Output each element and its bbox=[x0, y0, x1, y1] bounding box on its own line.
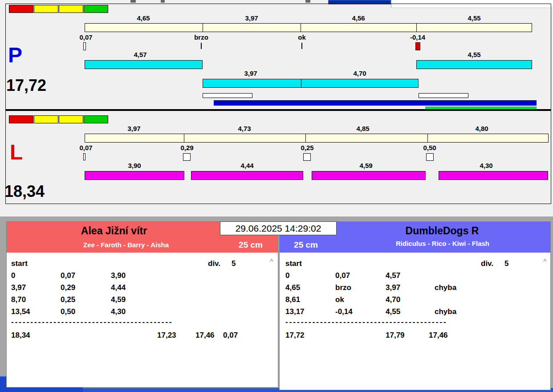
team-right-panel: DumbleDogs R Ridiculus - Rico - Kiwi - F… bbox=[279, 221, 551, 390]
split-segment bbox=[428, 134, 548, 142]
result-row: 4,65 brzo 3,97 chyba bbox=[280, 283, 550, 294]
team-left-result-list[interactable]: ^ start div. 5 0 0,07 3,90 3,97 0,29 4,4… bbox=[7, 253, 278, 387]
cell-elapsed: 8,61 bbox=[285, 295, 300, 304]
lane-l-letter: L bbox=[10, 142, 23, 163]
split-time-label: 4,80 bbox=[464, 125, 500, 132]
lane-p-run-bar bbox=[301, 79, 419, 88]
result-row: 13,17 -0,14 4,55 chyba bbox=[280, 307, 550, 318]
exchange-box-marker bbox=[303, 153, 311, 161]
total-alt-2: 17,46 bbox=[195, 331, 215, 340]
cell-exchange: 0,07 bbox=[335, 271, 350, 280]
cell-runtime: 4,44 bbox=[111, 283, 126, 292]
cell-runtime: 3,97 bbox=[386, 283, 400, 292]
panel-top-border bbox=[5, 4, 551, 4]
status-light-yellow-icon bbox=[59, 115, 83, 123]
team-left-name: Alea Jižní vítr bbox=[7, 225, 221, 237]
run-time-label: 3,90 bbox=[117, 162, 152, 169]
result-row: 3,97 0,29 4,44 bbox=[7, 283, 278, 294]
datetime-display: 29.06.2025 14:29:02 bbox=[220, 221, 337, 235]
cell-exchange: 0,50 bbox=[61, 307, 75, 316]
cell-runtime: 4,57 bbox=[386, 271, 400, 280]
split-time-label: 4,65 bbox=[126, 14, 161, 22]
run-time-label: 3,97 bbox=[233, 69, 268, 77]
cell-runtime: 4,59 bbox=[111, 295, 126, 304]
cell-elapsed: 13,17 bbox=[285, 307, 305, 316]
result-row: 13,54 0,50 4,30 bbox=[7, 307, 278, 318]
exchange-tick-marker bbox=[301, 43, 302, 49]
progress-bar-blue bbox=[214, 100, 537, 106]
run-time-label: 4,55 bbox=[456, 51, 492, 58]
cell-exchange: -0,14 bbox=[335, 307, 353, 316]
split-segment bbox=[417, 24, 532, 32]
panel-left-border bbox=[5, 4, 6, 204]
run-time-label: 4,70 bbox=[342, 69, 378, 77]
run-time-label: 4,44 bbox=[229, 162, 265, 169]
split-time-label: 3,97 bbox=[116, 125, 152, 132]
cell-exchange: 0,07 bbox=[61, 271, 75, 280]
result-row: 8,61 ok 4,70 bbox=[280, 295, 550, 306]
lane-l-run-bar bbox=[312, 171, 426, 180]
cell-elapsed: 8,70 bbox=[11, 295, 26, 304]
status-light-red-icon bbox=[9, 5, 33, 13]
lane-p-run-bar bbox=[203, 79, 301, 88]
separator-dashes: ----------------------------------------… bbox=[11, 318, 173, 327]
lane-l-run-bar bbox=[191, 171, 303, 180]
lane-l-total-time: 18,34 bbox=[4, 184, 45, 200]
clipped-menu-text-fragment bbox=[305, 0, 310, 3]
exchange-mark-label: 0,07 bbox=[68, 144, 104, 151]
start-label: start bbox=[285, 259, 302, 268]
split-time-label: 4,85 bbox=[345, 125, 381, 132]
exchange-mark-label: ok bbox=[284, 33, 320, 41]
total-reaction: 0,07 bbox=[223, 331, 238, 340]
lane-l-run-bar bbox=[85, 171, 184, 180]
cell-elapsed: 0 bbox=[285, 271, 289, 280]
division-label: div. bbox=[481, 259, 493, 268]
exchange-mark-label: 0,07 bbox=[68, 33, 104, 41]
team-left-jump-height: 25 cm bbox=[228, 240, 273, 250]
result-row: 0 0,07 4,57 bbox=[280, 271, 550, 282]
exchange-mark-label: 0,25 bbox=[289, 144, 325, 151]
team-right-result-list[interactable]: ^ start div. 5 0 0,07 4,57 4,65 brzo 3,9… bbox=[280, 253, 550, 390]
app-window: 4,65 3,97 4,56 4,55 0,07 brzo ok -0,14 4… bbox=[0, 0, 553, 392]
start-tick-marker bbox=[83, 153, 85, 160]
clipped-menu-text-fragment bbox=[130, 0, 136, 3]
team-right-name: DumbleDogs R bbox=[337, 225, 548, 237]
lane-p-letter: P bbox=[8, 45, 22, 66]
exchange-box-marker bbox=[426, 153, 434, 161]
start-tick-marker bbox=[83, 42, 86, 50]
cell-exchange: 0,29 bbox=[61, 283, 75, 292]
cell-exchange: ok bbox=[335, 295, 344, 304]
exchange-mark-label: -0,14 bbox=[400, 33, 435, 41]
split-time-label: 4,55 bbox=[456, 14, 492, 22]
split-segment bbox=[85, 24, 203, 32]
split-time-label: 4,73 bbox=[227, 125, 262, 132]
start-label: start bbox=[11, 259, 28, 268]
cell-fault: chyba bbox=[435, 307, 456, 316]
split-segment bbox=[203, 24, 301, 32]
exchange-mark-label: 0,50 bbox=[412, 144, 447, 151]
totals-row: 18,34 17,23 17,46 0,07 bbox=[7, 331, 278, 342]
total-time: 18,34 bbox=[11, 331, 30, 340]
split-segment bbox=[85, 134, 184, 142]
cell-elapsed: 0 bbox=[11, 271, 15, 280]
total-alt-1: 17,79 bbox=[386, 331, 405, 340]
panel-right-border bbox=[551, 4, 551, 204]
run-time-label: 4,59 bbox=[348, 162, 384, 169]
cell-exchange: brzo bbox=[335, 283, 351, 292]
exchange-mark-label: 0,29 bbox=[169, 144, 205, 151]
separator-row: ----------------------------------------… bbox=[7, 318, 278, 328]
run-time-label: 4,30 bbox=[468, 162, 504, 169]
marker-box bbox=[419, 93, 468, 98]
status-light-yellow-icon bbox=[34, 5, 58, 13]
lane-l-status-lights bbox=[9, 115, 111, 124]
cell-elapsed: 13,54 bbox=[11, 307, 30, 316]
division-value: 5 bbox=[232, 259, 236, 268]
status-light-green-icon bbox=[84, 5, 108, 13]
team-right-dogs: Ridiculus - Rico - Kiwi - Flash bbox=[337, 240, 549, 247]
total-alt-2: 17,46 bbox=[429, 331, 448, 340]
run-time-label: 4,57 bbox=[122, 51, 158, 58]
total-time: 17,72 bbox=[285, 331, 305, 340]
cell-runtime: 4,30 bbox=[111, 307, 126, 316]
team-left-dogs: Zee - Faroth - Barry - Aisha bbox=[7, 241, 245, 249]
lane-l-split-scale bbox=[85, 134, 549, 143]
